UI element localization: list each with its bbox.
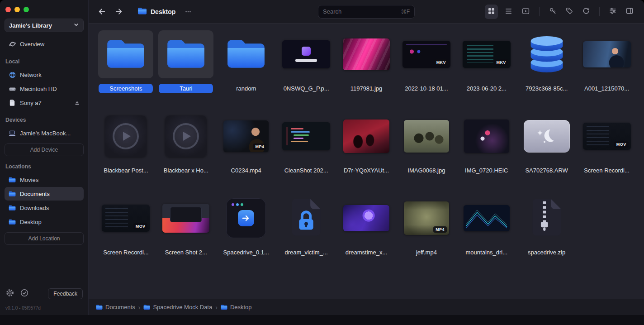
file-name: 0NSWQ_G_P.p... xyxy=(281,84,332,93)
search-input[interactable] xyxy=(323,8,401,15)
display-options-button[interactable] xyxy=(606,5,619,19)
file-item[interactable]: Screenshots xyxy=(96,30,156,112)
key-manager-button[interactable] xyxy=(546,5,559,19)
eject-icon[interactable] xyxy=(74,100,80,106)
breadcrumb-item-desktop[interactable]: Desktop xyxy=(221,304,252,311)
sidebar-item-sony-a7[interactable]: Sony a7 xyxy=(5,96,84,110)
grid-view-button[interactable] xyxy=(485,5,498,19)
folder-icon xyxy=(96,304,103,310)
window-bottom-edge xyxy=(0,315,644,325)
search-bar[interactable]: ⌘F xyxy=(318,5,415,19)
file-item[interactable]: MP4C0234.mp4 xyxy=(216,112,276,194)
file-item[interactable]: MOVScreen Recordi... xyxy=(577,112,637,194)
file-item[interactable]: CleanShot 202... xyxy=(276,112,336,194)
media-view-button[interactable] xyxy=(519,5,532,19)
toolbar-divider xyxy=(599,7,600,16)
grid-view-icon xyxy=(487,7,496,17)
file-item[interactable]: D7r-YQoXYAUt... xyxy=(336,112,397,194)
folder-icon xyxy=(166,36,206,72)
file-name: random xyxy=(233,84,259,93)
file-item[interactable]: SA702768.ARW xyxy=(516,112,577,194)
file-item[interactable]: Blackbear Post... xyxy=(96,112,156,194)
file-item[interactable]: dream_victim_... xyxy=(276,194,336,276)
more-options-icon[interactable] xyxy=(183,6,194,17)
inspector-toggle-button[interactable] xyxy=(623,5,636,19)
settings-gear-icon[interactable] xyxy=(5,288,14,299)
file-extension-badge: MKV xyxy=(434,59,448,66)
zip-file-icon xyxy=(531,198,562,238)
folder-icon xyxy=(105,36,146,72)
file-thumbnail xyxy=(218,194,274,242)
file-name: A001_1215070... xyxy=(582,84,632,93)
file-name: 2023-06-20 2... xyxy=(464,84,509,93)
breadcrumb-item-spacedrive-mock-data[interactable]: Spacedrive Mock Data xyxy=(143,304,212,311)
minimize-window-button[interactable] xyxy=(14,7,20,12)
file-thumbnail: MP4 xyxy=(218,112,274,160)
refresh-button[interactable] xyxy=(580,5,592,19)
file-item[interactable]: MP4jeff.mp4 xyxy=(396,194,456,276)
file-name: Screenshots xyxy=(99,84,153,93)
sidebar-item-documents[interactable]: Documents xyxy=(5,187,84,201)
sidebar-item-label: Sony a7 xyxy=(20,100,71,106)
file-name: Tauri xyxy=(159,84,213,93)
file-item[interactable]: MKV2023-06-20 2... xyxy=(456,30,516,112)
file-thumbnail xyxy=(459,194,514,242)
file-item[interactable]: IMAG0068.jpg xyxy=(396,112,456,194)
file-item[interactable]: Screen Shot 2... xyxy=(156,194,216,276)
sidebar-item-downloads[interactable]: Downloads xyxy=(5,201,84,215)
file-extension-badge: MP4 xyxy=(433,226,447,233)
image-thumbnail xyxy=(464,205,510,231)
tag-button[interactable] xyxy=(563,5,576,19)
file-name: Screen Recordi... xyxy=(581,166,632,175)
file-item[interactable]: 7923c368-85c... xyxy=(516,30,577,112)
file-item[interactable]: 1197981.jpg xyxy=(336,30,397,112)
sidebar-item-jamie-s-macbook[interactable]: Jamie's MacBook... xyxy=(5,126,84,140)
file-item[interactable]: spacedrive.zip xyxy=(516,194,577,276)
back-button[interactable] xyxy=(95,5,108,18)
file-item[interactable]: Spacedrive_0.1... xyxy=(216,194,276,276)
maximize-window-button[interactable] xyxy=(24,7,29,12)
breadcrumb-separator: › xyxy=(138,304,141,311)
file-item[interactable]: Tauri xyxy=(156,30,216,112)
file-item[interactable]: random xyxy=(216,30,276,112)
sidebar-item-desktop[interactable]: Desktop xyxy=(5,215,84,229)
sidebar-item-network[interactable]: Network xyxy=(5,68,84,81)
forward-button[interactable] xyxy=(113,5,126,18)
file-extension-badge: MP4 xyxy=(253,143,266,150)
file-name: IMG_0720.HEIC xyxy=(462,166,511,175)
file-item[interactable]: IMG_0720.HEIC xyxy=(456,112,516,194)
file-thumbnail: MKV xyxy=(399,30,454,78)
video-thumbnail: MKV xyxy=(402,41,450,68)
library-switcher[interactable]: Jamie's Library xyxy=(5,19,84,32)
current-folder-title: Desktop xyxy=(151,8,175,15)
sidebar-item-movies[interactable]: Movies xyxy=(5,173,84,186)
folder-icon xyxy=(8,205,16,211)
feedback-button[interactable]: Feedback xyxy=(48,288,83,299)
file-thumbnail xyxy=(339,194,394,242)
file-item[interactable]: MKV2022-10-18 01... xyxy=(396,30,456,112)
video-thumbnail: MOV xyxy=(583,123,631,150)
file-thumbnail xyxy=(519,194,574,242)
image-thumbnail xyxy=(343,205,389,231)
image-thumbnail xyxy=(404,120,449,153)
encrypted-file-icon xyxy=(291,198,322,238)
file-item[interactable]: Blackbear x Ho... xyxy=(156,112,216,194)
file-thumbnail xyxy=(218,30,274,78)
key-icon xyxy=(549,7,557,16)
image-thumbnail xyxy=(464,119,509,153)
sidebar-item-overview[interactable]: Overview xyxy=(5,37,84,51)
add-location-button[interactable]: Add Location xyxy=(5,232,84,245)
file-item[interactable]: dreamstime_x... xyxy=(336,194,397,276)
breadcrumb-item-documents[interactable]: Documents xyxy=(96,304,135,311)
file-item[interactable]: 0NSWQ_G_P.p... xyxy=(276,30,336,112)
sidebar-item-macintosh-hd[interactable]: Macintosh HD xyxy=(5,82,84,96)
check-circle-icon[interactable] xyxy=(20,288,29,299)
file-item[interactable]: mountains_dri... xyxy=(456,194,516,276)
file-item[interactable]: MOVScreen Recordi... xyxy=(96,194,156,276)
list-view-button[interactable] xyxy=(502,5,515,19)
close-window-button[interactable] xyxy=(5,7,11,12)
add-device-button[interactable]: Add Device xyxy=(5,143,84,156)
media-view-icon xyxy=(521,7,530,17)
file-item[interactable]: A001_1215070... xyxy=(577,30,637,112)
file-thumbnail xyxy=(339,112,394,160)
